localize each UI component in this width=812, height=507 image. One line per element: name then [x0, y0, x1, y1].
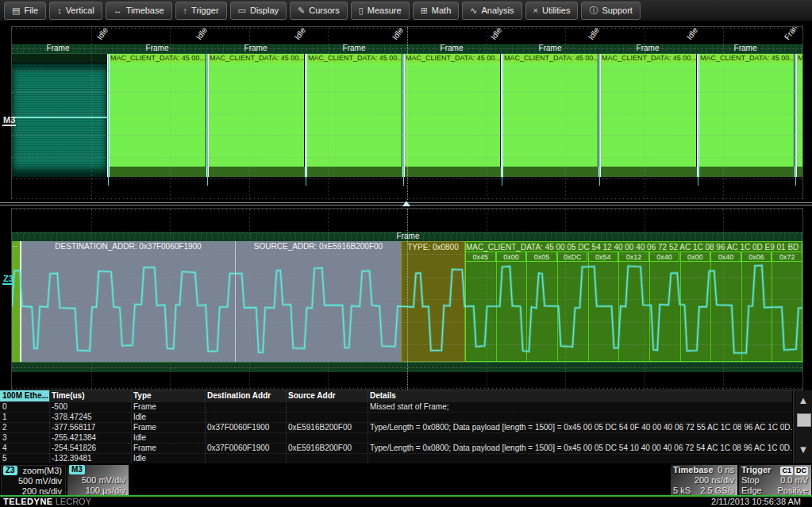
menu-button-utilities[interactable]: ×Utilities — [525, 2, 579, 20]
frame-label: Frame — [146, 44, 169, 52]
table-row[interactable]: 3-255.421384Idle — [0, 432, 792, 443]
row-separator — [0, 412, 792, 413]
cell-details: Missed start of Frame; — [368, 401, 792, 412]
column-header-type[interactable]: Type — [131, 390, 205, 401]
frame-data-block — [796, 63, 802, 167]
menu-button-vertical[interactable]: ↕Vertical — [49, 2, 102, 20]
table-row[interactable]: 1-378.47245Idle — [0, 412, 792, 422]
frame-data-block — [600, 63, 696, 167]
trace-label-m3[interactable]: M3 — [2, 115, 16, 126]
cell-type: Frame — [131, 401, 205, 412]
trigger-icon: ↑ — [183, 6, 188, 15]
cell-type: Idle — [131, 432, 205, 443]
menu-button-file[interactable]: ▤File — [4, 2, 46, 20]
menu-button-math[interactable]: ⊞Math — [413, 2, 460, 20]
column-header-time[interactable]: Time(us) — [49, 390, 131, 401]
file-icon: ▤ — [12, 6, 20, 16]
column-separator — [205, 390, 206, 463]
byte-value-box: 0x72 — [772, 252, 802, 262]
frame-label: Frame — [47, 44, 70, 52]
v-gridline — [328, 27, 329, 200]
frame-label: Frame — [244, 44, 267, 52]
menu-label: Math — [432, 6, 451, 15]
menu-bar: ▤File↕Vertical↔Timebase↑Trigger▭Display✎… — [0, 0, 812, 21]
menu-button-display[interactable]: ▭Display — [230, 2, 287, 20]
main-trace-grid: MAC_CLIENT_DATA: 45 00...MAC_CLIENT_DATA… — [11, 26, 803, 201]
row-separator — [0, 422, 792, 423]
menu-button-trigger[interactable]: ↑Trigger — [175, 2, 227, 20]
frame-boundary-core — [795, 54, 796, 186]
mac-client-data-strip: MAC_CLIENT_DATA: 45 00... — [600, 54, 696, 63]
menu-button-support[interactable]: ⓘSupport — [581, 2, 641, 20]
cell-index: 1 — [0, 412, 49, 422]
protocol-tab[interactable]: 100M Ethe... — [0, 390, 49, 401]
menu-button-cursors[interactable]: ✎Cursors — [290, 2, 348, 20]
table-row[interactable]: 2-377.568117Frame0x37F0060F19000xE5916B2… — [0, 422, 792, 432]
idle-waveform-region — [12, 63, 107, 177]
menu-button-timebase[interactable]: ↔Timebase — [106, 2, 172, 20]
m3-descriptor[interactable]: M3 500 mV/div 100 µs/div — [67, 465, 129, 496]
cell-src — [286, 412, 368, 422]
cell-time: -255.421384 — [49, 432, 131, 443]
column-header-details[interactable]: Details — [368, 390, 792, 401]
idle-label: Fram — [779, 26, 803, 44]
cell-dest — [205, 401, 286, 412]
cell-time: -500 — [49, 401, 131, 412]
menu-button-measure[interactable]: ▯Measure — [351, 2, 410, 20]
v-gridline — [723, 27, 724, 200]
row-separator — [0, 432, 792, 433]
idle-waveform-centerline — [12, 117, 107, 118]
vertical-icon: ↕ — [57, 6, 62, 15]
frame-boundary-core — [599, 54, 600, 186]
table-row[interactable]: 4-254.541826Frame0x37F0060F19000xE5916B2… — [0, 443, 792, 453]
utilities-icon: × — [533, 6, 538, 15]
cell-details: Type/Length = 0x0800; Data payload [leng… — [368, 422, 792, 432]
table-row[interactable]: 0-500FrameMissed start of Frame; — [0, 401, 792, 412]
mac-client-data-strip: MAC_CLIENT_DATA: 45 00... — [796, 54, 802, 63]
cell-time: -132.39481 — [49, 453, 131, 463]
trigger-position-marker[interactable] — [402, 201, 410, 206]
frame-data-block — [306, 63, 402, 167]
footer-bar: TELEDYNE LECROY 2/11/2013 10:56:38 AM — [0, 497, 812, 507]
column-separator — [286, 390, 287, 463]
timebase-descriptor[interactable]: Timebase 0 ns 200 ns/div 5 kS 2.5 GS/s — [671, 465, 737, 496]
trace-label-z3[interactable]: Z3 — [2, 274, 14, 285]
menu-button-analysis[interactable]: ∿Analysis — [462, 2, 521, 20]
display-icon: ▭ — [238, 6, 246, 16]
cell-src: 0xE5916B200F00 — [286, 422, 368, 432]
idle-label: Idle — [583, 26, 604, 44]
column-header-src[interactable]: Source Addr — [286, 390, 368, 401]
cell-dest: 0x37F0060F1900 — [205, 422, 286, 432]
oscilloscope-app: ▤File↕Vertical↔Timebase↑Trigger▭Display✎… — [0, 0, 812, 507]
brand-light: LECROY — [56, 497, 91, 506]
m3-badge: M3 — [69, 465, 85, 474]
scroll-up-button[interactable]: ▲ — [795, 392, 812, 409]
analysis-icon: ∿ — [470, 6, 477, 16]
frame-data-block — [404, 63, 500, 167]
v-gridline — [91, 27, 92, 200]
trigger-descriptor[interactable]: Trigger C1DC Stop 0.0 mV Edge Positive — [739, 465, 811, 496]
table-scrollbar: ▲ ▼ — [793, 390, 812, 463]
zoom-trace-grid: Frame...DESTINATION_ADDR: 0x37F0060F1900… — [11, 208, 803, 390]
v-gridline — [170, 27, 171, 200]
scrollbar-thumb[interactable] — [797, 413, 811, 427]
v-gridline — [565, 27, 566, 200]
byte-value-box: 0x00 — [496, 252, 527, 262]
trigger-title: Trigger — [741, 465, 771, 475]
column-header-dest[interactable]: Destination Addr — [205, 390, 286, 401]
scroll-down-button[interactable]: ▼ — [795, 441, 812, 459]
byte-value-box: 0x12 — [618, 252, 649, 262]
frame-label: Frame — [539, 44, 562, 52]
menu-label: Display — [250, 6, 279, 15]
mac-strip-dark — [12, 54, 107, 63]
z3-descriptor[interactable]: Z3 zoom(M3) 500 mV/div 200 ns/div — [1, 465, 66, 496]
brand-logo: TELEDYNE LECROY — [3, 497, 91, 507]
mac-client-data-strip: MAC_CLIENT_DATA: 45 00... — [208, 54, 304, 63]
cell-type: Idle — [131, 453, 205, 463]
menu-label: Support — [602, 6, 633, 15]
frame-label: Frame — [734, 44, 757, 52]
table-row[interactable]: 5-132.39481Idle — [0, 453, 792, 463]
mac-client-data-strip: MAC_CLIENT_DATA: 45 00... — [306, 54, 402, 63]
decode-table: 100M Ethe...Time(us)TypeDestination Addr… — [0, 390, 792, 463]
idle-label: Idle — [92, 26, 113, 44]
